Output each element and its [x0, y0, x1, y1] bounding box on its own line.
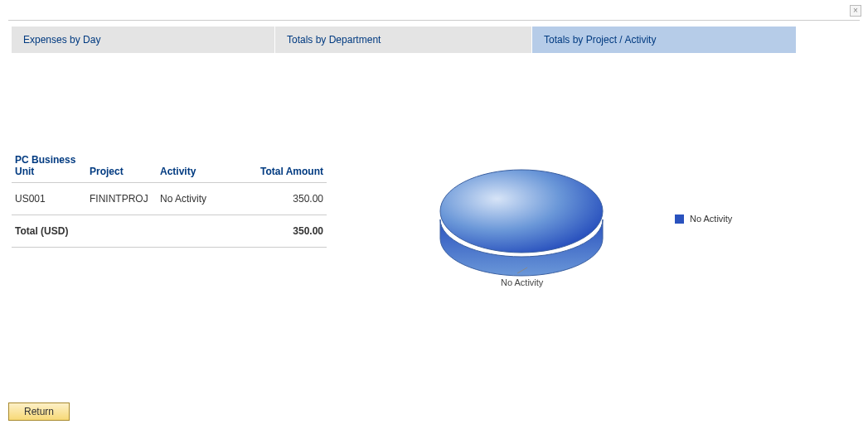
col-header-amount: Total Amount: [240, 149, 327, 183]
pie-chart-svg: [426, 149, 617, 290]
legend-label: No Activity: [690, 214, 732, 224]
project-activity-table: PC Business Unit Project Activity Total …: [12, 149, 327, 248]
tab-totals-by-project-activity[interactable]: Totals by Project / Activity: [532, 27, 796, 53]
pie-slice-label: No Activity: [501, 277, 543, 287]
table-row: US001 FININTPROJ No Activity 350.00: [12, 183, 327, 215]
col-header-project: Project: [86, 149, 157, 183]
top-divider: [8, 20, 860, 21]
cell-bu: US001: [12, 183, 86, 215]
tab-bar: Expenses by Day Totals by Department Tot…: [12, 27, 796, 53]
tab-expenses-by-day[interactable]: Expenses by Day: [12, 27, 275, 53]
cell-activity: No Activity: [157, 183, 240, 215]
legend-swatch: [675, 214, 684, 224]
svg-point-0: [440, 170, 603, 253]
total-label: Total (USD): [12, 215, 240, 248]
total-amount: 350.00: [240, 215, 327, 248]
col-header-bu: PC Business Unit: [12, 149, 86, 183]
cell-project: FININTPROJ: [86, 183, 157, 215]
main-content: PC Business Unit Project Activity Total …: [12, 149, 857, 306]
tab-totals-by-department[interactable]: Totals by Department: [275, 27, 532, 53]
return-button[interactable]: Return: [8, 402, 70, 421]
cell-amount: 350.00: [240, 183, 327, 215]
col-header-activity: Activity: [157, 149, 240, 183]
pie-chart: No Activity No Activity: [426, 149, 857, 306]
close-button[interactable]: ×: [850, 5, 861, 17]
chart-legend: No Activity: [675, 214, 732, 224]
table-total-row: Total (USD) 350.00: [12, 215, 327, 248]
